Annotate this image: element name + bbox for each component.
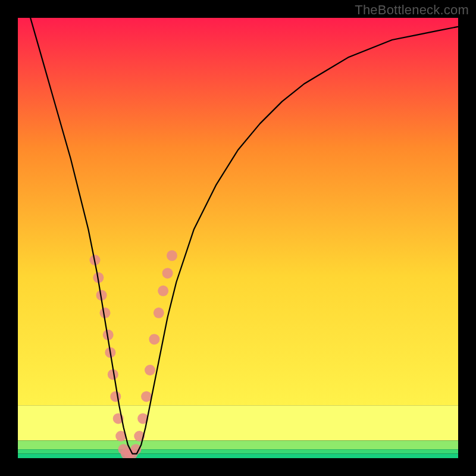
svg-point-17 [141,391,152,402]
gradient-band [18,449,458,453]
gradient-band [18,405,458,440]
svg-point-21 [158,286,168,296]
svg-point-20 [154,308,164,318]
plot-svg [18,18,458,458]
svg-point-19 [149,334,159,345]
svg-point-7 [110,391,121,402]
watermark-text: TheBottleneck.com [355,2,469,18]
plot-area [18,18,458,458]
chart-frame: TheBottleneck.com [0,0,476,476]
svg-point-22 [162,268,173,278]
svg-point-23 [167,250,177,261]
gradient-band [18,454,458,458]
gradient-band [18,440,458,449]
svg-point-3 [100,308,111,318]
svg-point-18 [145,365,155,375]
